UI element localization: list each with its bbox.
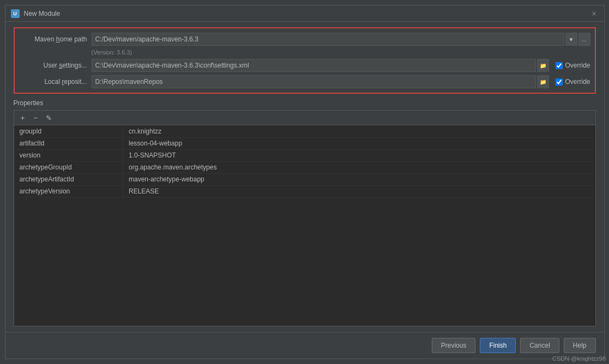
edit-property-button[interactable]: ✎ bbox=[44, 113, 55, 123]
title-bar: U New Module × bbox=[5, 5, 604, 22]
title-bar-left: U New Module bbox=[11, 9, 61, 18]
maven-home-browse-button[interactable]: … bbox=[578, 33, 590, 46]
properties-title: Properties bbox=[14, 99, 596, 107]
previous-button[interactable]: Previous bbox=[432, 338, 476, 353]
table-row[interactable]: artifactId lesson-04-webapp bbox=[14, 137, 595, 149]
user-settings-override-label: Override bbox=[565, 62, 590, 69]
help-button[interactable]: Help bbox=[564, 338, 596, 353]
table-row[interactable]: version 1.0-SNAPSHOT bbox=[14, 149, 595, 161]
property-key: artifactId bbox=[14, 137, 123, 149]
local-repo-input-group: 📁 bbox=[92, 75, 550, 88]
property-key: groupId bbox=[14, 125, 123, 137]
dialog-new-module: U New Module × Maven home path ▼ … (Vers… bbox=[5, 5, 605, 359]
dialog-content: Maven home path ▼ … (Version: 3.6.3) Use… bbox=[5, 22, 604, 332]
local-repo-browse-button[interactable]: 📁 bbox=[537, 75, 549, 88]
close-button[interactable]: × bbox=[590, 9, 599, 18]
properties-data-table: groupId cn.knightzz artifactId lesson-04… bbox=[14, 125, 595, 198]
maven-version-text: (Version: 3.6.3) bbox=[19, 49, 590, 56]
property-value: lesson-04-webapp bbox=[123, 137, 595, 149]
user-settings-input-group: 📁 bbox=[92, 59, 550, 72]
maven-home-row: Maven home path ▼ … bbox=[19, 33, 590, 46]
app-icon: U bbox=[11, 9, 20, 18]
user-settings-row: User settings... 📁 Override bbox=[19, 59, 590, 72]
dialog-footer: Previous Finish Cancel Help bbox=[5, 332, 604, 359]
property-key: archetypeGroupId bbox=[14, 161, 123, 173]
property-value: maven-archetype-webapp bbox=[123, 173, 595, 185]
properties-toolbar: + − ✎ bbox=[14, 111, 595, 125]
local-repo-override-checkbox[interactable] bbox=[556, 78, 563, 86]
table-row[interactable]: archetypeVersion RELEASE bbox=[14, 185, 595, 197]
user-settings-override-group: Override bbox=[556, 62, 590, 69]
user-settings-override-checkbox[interactable] bbox=[556, 62, 563, 69]
maven-home-label: Maven home path bbox=[19, 35, 87, 43]
maven-home-input-group: ▼ … bbox=[92, 33, 590, 46]
local-repo-row: Local reposit... 📁 Override bbox=[19, 75, 590, 88]
local-repo-override-group: Override bbox=[556, 78, 590, 86]
properties-section: Properties + − ✎ groupId cn.knightzz art… bbox=[14, 99, 596, 326]
local-repo-input[interactable] bbox=[92, 75, 536, 88]
properties-container: + − ✎ groupId cn.knightzz artifactId les… bbox=[14, 110, 596, 326]
property-key: version bbox=[14, 149, 123, 161]
dialog-title: New Module bbox=[24, 10, 61, 17]
maven-home-input[interactable] bbox=[92, 33, 564, 46]
property-key: archetypeVersion bbox=[14, 185, 123, 197]
local-repo-override-label: Override bbox=[565, 78, 590, 86]
property-key: archetypeArtifactId bbox=[14, 173, 123, 185]
maven-config-section: Maven home path ▼ … (Version: 3.6.3) Use… bbox=[14, 27, 596, 94]
remove-property-button[interactable]: − bbox=[31, 113, 41, 123]
finish-button[interactable]: Finish bbox=[480, 338, 516, 353]
user-settings-browse-button[interactable]: 📁 bbox=[537, 59, 549, 72]
local-repo-label: Local reposit... bbox=[19, 78, 87, 86]
add-property-button[interactable]: + bbox=[17, 113, 28, 123]
property-value: 1.0-SNAPSHOT bbox=[123, 149, 595, 161]
user-settings-label: User settings... bbox=[19, 62, 87, 69]
maven-home-dropdown-button[interactable]: ▼ bbox=[565, 33, 577, 46]
table-row[interactable]: archetypeArtifactId maven-archetype-weba… bbox=[14, 173, 595, 185]
property-value: org.apache.maven.archetypes bbox=[123, 161, 595, 173]
property-value: cn.knightzz bbox=[123, 125, 595, 137]
properties-table: groupId cn.knightzz artifactId lesson-04… bbox=[14, 125, 595, 326]
property-value: RELEASE bbox=[123, 185, 595, 197]
cancel-button[interactable]: Cancel bbox=[520, 338, 559, 353]
table-row[interactable]: groupId cn.knightzz bbox=[14, 125, 595, 137]
user-settings-input[interactable] bbox=[92, 59, 536, 72]
table-row[interactable]: archetypeGroupId org.apache.maven.archet… bbox=[14, 161, 595, 173]
